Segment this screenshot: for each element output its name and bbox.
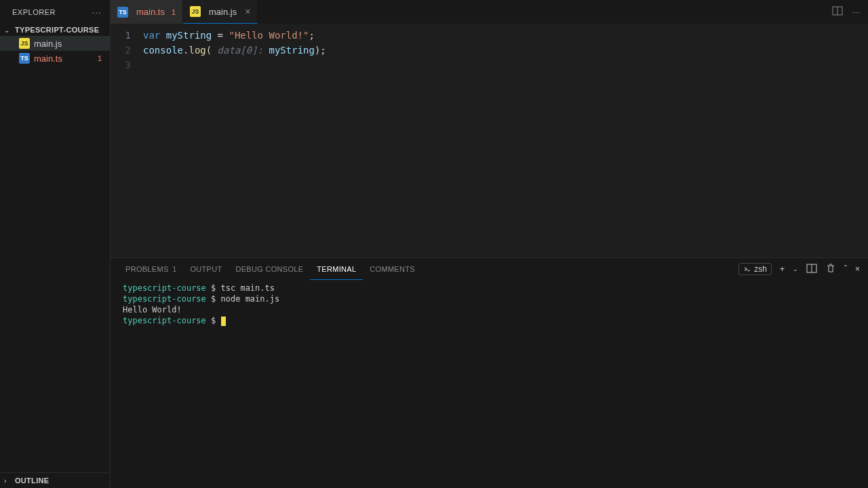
tab-main-js[interactable]: JS main.js × <box>183 0 258 24</box>
explorer-title: EXPLORER <box>12 8 56 16</box>
ts-file-icon: TS <box>19 53 30 64</box>
tab-label: main.ts <box>136 7 165 17</box>
code-content: var myString = "Hello World!"; console.l… <box>143 28 868 258</box>
shell-selector[interactable]: zsh <box>738 263 772 275</box>
ts-file-icon: TS <box>117 7 128 18</box>
tab-debug-console[interactable]: DEBUG CONSOLE <box>229 258 310 280</box>
folder-header[interactable]: ⌄ TYPESCRIPT-COURSE <box>0 24 110 36</box>
close-panel-icon[interactable]: × <box>855 264 860 274</box>
folder-name: TYPESCRIPT-COURSE <box>15 26 99 34</box>
panel-actions: zsh + ⌄ ˆ × <box>738 263 860 276</box>
split-editor-icon[interactable] <box>832 5 843 18</box>
sidebar-header: EXPLORER ··· <box>0 0 110 24</box>
file-label: main.ts <box>34 54 62 64</box>
tab-problems[interactable]: PROBLEMS 1 <box>119 258 183 280</box>
dropdown-icon[interactable]: ⌄ <box>793 266 798 272</box>
tab-main-ts[interactable]: TS main.ts 1 <box>111 0 183 24</box>
trash-icon[interactable] <box>825 263 836 276</box>
main-area: TS main.ts 1 JS main.js × ··· 1 2 3 var … <box>111 0 868 488</box>
line-number: 1 <box>111 28 131 43</box>
outline-label: OUTLINE <box>15 476 49 485</box>
file-item-main-ts[interactable]: TS main.ts 1 <box>0 51 110 66</box>
panel-tabs: PROBLEMS 1 OUTPUT DEBUG CONSOLE TERMINAL… <box>111 258 868 280</box>
code-line: var myString = "Hello World!"; <box>143 28 868 43</box>
code-editor[interactable]: 1 2 3 var myString = "Hello World!"; con… <box>111 24 868 258</box>
tab-output[interactable]: OUTPUT <box>183 258 229 280</box>
tab-terminal[interactable]: TERMINAL <box>310 258 363 280</box>
chevron-up-icon[interactable]: ˆ <box>844 264 847 274</box>
explorer-sidebar: EXPLORER ··· ⌄ TYPESCRIPT-COURSE JS main… <box>0 0 111 488</box>
close-icon[interactable]: × <box>245 6 250 17</box>
terminal-line: Hello World! <box>123 304 856 315</box>
chevron-down-icon: ⌄ <box>4 26 15 34</box>
split-terminal-icon[interactable] <box>806 263 817 276</box>
error-badge: 1 <box>98 54 102 62</box>
editor-actions: ··· <box>832 0 868 24</box>
terminal-icon <box>743 265 751 273</box>
editor-tabs: TS main.ts 1 JS main.js × ··· <box>111 0 868 24</box>
terminal-line: typescript-course $ node main.js <box>123 293 856 304</box>
code-line <box>143 58 868 73</box>
line-gutter: 1 2 3 <box>111 28 143 258</box>
terminal-line: typescript-course $ <box>123 315 856 326</box>
file-label: main.js <box>34 39 62 49</box>
more-icon[interactable]: ··· <box>852 7 860 17</box>
js-file-icon: JS <box>19 38 30 49</box>
new-terminal-icon[interactable]: + <box>780 264 785 274</box>
tab-label: main.js <box>209 7 237 17</box>
terminal-cursor <box>221 317 226 326</box>
outline-section[interactable]: › OUTLINE <box>0 472 110 488</box>
js-file-icon: JS <box>190 6 201 17</box>
line-number: 3 <box>111 58 131 73</box>
tab-error-badge: 1 <box>172 8 176 16</box>
terminal-line: typescript-course $ tsc main.ts <box>123 283 856 293</box>
line-number: 2 <box>111 43 131 58</box>
tab-comments[interactable]: COMMENTS <box>363 258 422 280</box>
more-icon[interactable]: ··· <box>92 7 102 18</box>
chevron-right-icon: › <box>4 477 15 485</box>
file-item-main-js[interactable]: JS main.js <box>0 36 110 51</box>
terminal-output[interactable]: typescript-course $ tsc main.ts typescri… <box>111 280 868 488</box>
code-line: console.log( data[0]: myString); <box>143 43 868 58</box>
problems-badge: 1 <box>173 266 177 273</box>
bottom-panel: PROBLEMS 1 OUTPUT DEBUG CONSOLE TERMINAL… <box>111 258 868 488</box>
